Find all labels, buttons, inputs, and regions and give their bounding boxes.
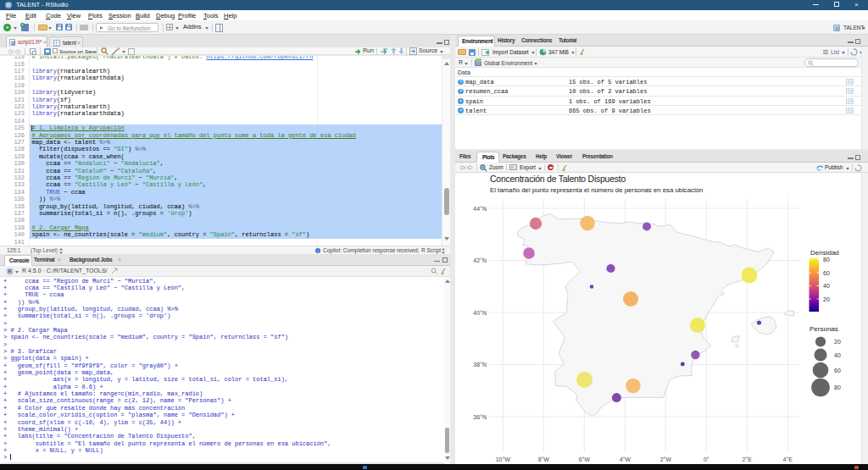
svg-text:2°W: 2°W [660, 456, 672, 462]
svg-text:20: 20 [823, 296, 830, 302]
svg-text:44°N: 44°N [473, 206, 487, 212]
svg-text:42°N: 42°N [473, 257, 487, 263]
svg-text:40: 40 [834, 352, 841, 358]
svg-text:Densidad: Densidad [810, 249, 839, 257]
svg-text:36°N: 36°N [473, 414, 487, 420]
svg-text:0°: 0° [704, 456, 709, 462]
svg-text:60: 60 [834, 368, 841, 373]
svg-text:8°W: 8°W [538, 456, 550, 462]
svg-text:4°E: 4°E [783, 456, 793, 462]
svg-text:20: 20 [834, 339, 841, 345]
svg-text:6°W: 6°W [579, 456, 591, 462]
svg-text:80: 80 [823, 257, 830, 263]
svg-text:60: 60 [823, 270, 830, 276]
svg-text:38°N: 38°N [473, 362, 487, 368]
svg-text:Personas: Personas [810, 325, 838, 333]
svg-text:Concentración de Talento Dispu: Concentración de Talento Dispuesto [490, 174, 626, 184]
svg-text:4°W: 4°W [620, 456, 632, 462]
svg-text:40: 40 [823, 283, 830, 289]
svg-text:El tamaño del punto representa: El tamaño del punto representa el número… [490, 186, 703, 194]
svg-text:10°W: 10°W [496, 456, 511, 462]
svg-text:40°N: 40°N [473, 310, 487, 316]
svg-text:2°E: 2°E [743, 456, 753, 462]
svg-text:80: 80 [834, 384, 841, 390]
